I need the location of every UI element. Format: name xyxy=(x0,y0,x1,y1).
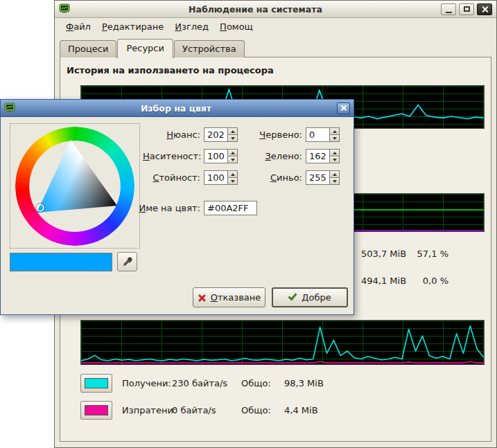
green-label: Зелено: xyxy=(249,149,302,163)
ok-check-icon xyxy=(288,292,297,301)
saturation-value-triangle[interactable] xyxy=(15,127,134,246)
minimize-button[interactable] xyxy=(441,3,456,15)
swap-percent-value: 0,0 % xyxy=(407,276,448,286)
red-spinner[interactable]: 0 xyxy=(306,127,340,142)
color-name-input[interactable]: #00A2FF xyxy=(204,201,257,215)
blue-spin-down[interactable] xyxy=(329,178,340,185)
hue-spin-up[interactable] xyxy=(227,127,238,135)
sent-label: Изпратени: xyxy=(122,405,172,415)
received-color-swatch xyxy=(85,378,108,388)
system-monitor-app-icon xyxy=(59,3,70,16)
value-spinner[interactable]: 100 xyxy=(204,170,238,185)
red-value[interactable]: 0 xyxy=(306,127,329,142)
menubar: Файл Редактиране Изглед Помощ xyxy=(55,19,496,34)
blue-label: Синьо: xyxy=(249,170,302,185)
received-total-value: 98,3 MiB xyxy=(284,378,324,388)
received-rate-value: 230 байта/s xyxy=(172,378,241,388)
hue-value[interactable]: 202 xyxy=(204,127,227,142)
blue-value[interactable]: 255 xyxy=(306,170,329,185)
saturation-spin-down[interactable] xyxy=(227,156,238,163)
cancel-x-icon xyxy=(198,294,206,302)
blue-spinner[interactable]: 255 xyxy=(306,170,340,185)
eyedropper-button[interactable] xyxy=(117,252,137,271)
color-picker-dialog: Избор на цвят xyxy=(0,99,354,315)
value-spin-up[interactable] xyxy=(227,170,238,178)
network-history-plot xyxy=(81,321,484,364)
eyedropper-icon xyxy=(121,256,133,268)
value-value[interactable]: 100 xyxy=(204,170,227,185)
saturation-spinner[interactable]: 100 xyxy=(204,149,238,163)
saturation-value[interactable]: 100 xyxy=(204,149,227,163)
received-label: Получени: xyxy=(122,378,172,388)
hue-spinner[interactable]: 202 xyxy=(204,127,238,142)
tab-resources[interactable]: Ресурси xyxy=(117,39,173,58)
sent-total-value: 4,4 MiB xyxy=(284,405,318,415)
maximize-button[interactable] xyxy=(459,3,474,15)
spin-up-icon xyxy=(333,152,337,154)
red-label: Червено: xyxy=(249,127,302,142)
spin-up-icon xyxy=(333,173,337,176)
sent-color-button[interactable] xyxy=(80,401,112,420)
menu-edit[interactable]: Редактиране xyxy=(96,20,169,33)
cancel-button-label: Отказване xyxy=(211,292,261,303)
sent-legend-row: Изпратени: 0 байта/s Общо: 4,4 MiB xyxy=(80,400,318,420)
memory-total-value: 503,7 MiB xyxy=(361,249,406,259)
value-spin-down[interactable] xyxy=(227,178,238,185)
memory-percent-value: 57,1 % xyxy=(407,249,448,259)
menu-help[interactable]: Помощ xyxy=(214,20,259,33)
green-spinner[interactable]: 162 xyxy=(306,149,340,163)
close-icon xyxy=(482,6,488,12)
color-wheel xyxy=(15,127,134,246)
dialog-titlebar[interactable]: Избор на цвят xyxy=(1,100,354,117)
tab-processes[interactable]: Процеси xyxy=(60,40,116,57)
main-titlebar[interactable]: Наблюдение на системата xyxy=(55,1,496,18)
hue-label: Нюанс: xyxy=(143,127,200,142)
spin-down-icon xyxy=(231,159,235,161)
spin-up-icon xyxy=(333,130,337,133)
main-window-title: Наблюдение на системата xyxy=(74,4,437,15)
color-wheel-frame xyxy=(10,123,140,249)
color-preview xyxy=(10,253,112,271)
color-name-label: Име на цвят: xyxy=(128,201,200,215)
green-spin-up[interactable] xyxy=(329,149,340,156)
spin-down-icon xyxy=(231,137,235,140)
cancel-button[interactable]: Отказване xyxy=(193,287,265,307)
maximize-icon xyxy=(464,6,470,12)
hue-spin-down[interactable] xyxy=(227,135,238,142)
dialog-close-icon xyxy=(341,105,347,111)
received-color-button[interactable] xyxy=(80,374,112,393)
blue-spin-up[interactable] xyxy=(329,170,340,178)
window-controls xyxy=(441,3,492,15)
sent-color-swatch xyxy=(85,405,108,415)
spin-up-icon xyxy=(231,152,235,154)
saturation-label: Наситеност: xyxy=(143,149,200,163)
ok-button[interactable]: Добре xyxy=(272,287,348,307)
menu-file[interactable]: Файл xyxy=(60,20,96,33)
red-spin-down[interactable] xyxy=(329,135,340,142)
sent-total-label: Общо: xyxy=(241,405,284,415)
swap-total-value: 494,1 MiB xyxy=(361,276,406,286)
tab-strip: Процеси Ресурси Устройства xyxy=(60,38,245,57)
close-button[interactable] xyxy=(477,3,492,15)
saturation-spin-up[interactable] xyxy=(227,149,238,156)
spin-up-icon xyxy=(231,173,235,176)
received-total-label: Общо: xyxy=(241,378,284,388)
network-history-chart xyxy=(80,320,485,365)
cpu-history-heading: История на използването на процесора xyxy=(67,65,274,75)
dialog-close-button[interactable] xyxy=(337,102,350,114)
green-value[interactable]: 162 xyxy=(306,149,329,163)
received-legend-row: Получени: 230 байта/s Общо: 98,3 MiB xyxy=(80,373,324,393)
spin-down-icon xyxy=(333,159,337,161)
tab-devices[interactable]: Устройства xyxy=(174,40,245,57)
green-spin-down[interactable] xyxy=(329,156,340,163)
spin-down-icon xyxy=(333,180,337,183)
spin-up-icon xyxy=(231,130,235,133)
dialog-title: Избор на цвят xyxy=(19,103,333,114)
minimize-icon xyxy=(446,12,452,13)
spin-down-icon xyxy=(231,180,235,183)
dialog-app-icon xyxy=(4,102,15,115)
ok-button-label: Добре xyxy=(302,292,331,303)
menu-view[interactable]: Изглед xyxy=(169,20,214,33)
red-spin-up[interactable] xyxy=(329,127,340,135)
spin-down-icon xyxy=(333,137,337,140)
